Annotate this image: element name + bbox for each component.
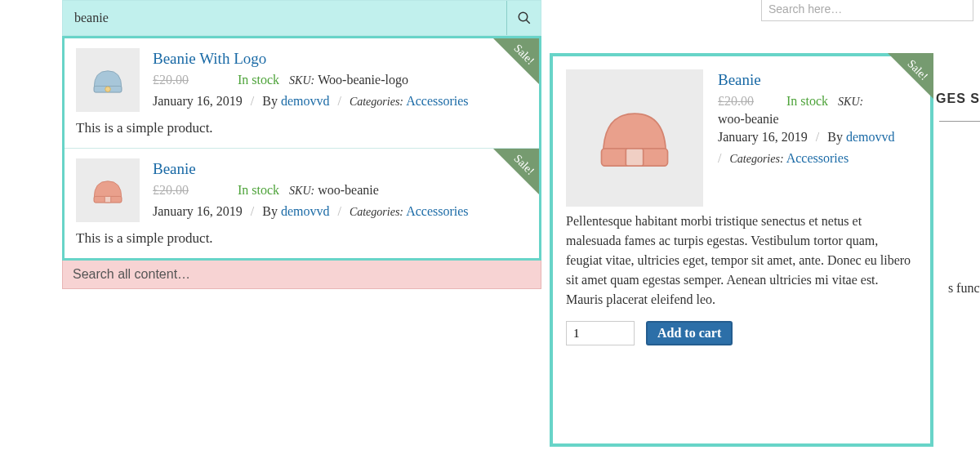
author-link[interactable]: demovvd [846, 130, 895, 144]
partial-divider [939, 121, 980, 122]
category-label: Categories: [350, 206, 403, 218]
by-label: By [262, 204, 278, 218]
result-item[interactable]: Sale! Beanie £20.00 In stock [65, 148, 539, 258]
product-thumbnail [76, 158, 140, 222]
partial-text: s funct [948, 281, 980, 296]
product-short-desc: This is a simple product. [76, 230, 528, 247]
beanie-icon [85, 167, 131, 213]
svg-point-3 [105, 87, 111, 92]
svg-line-1 [526, 20, 530, 24]
product-description: Pellentesque habitant morbi tristique se… [566, 212, 917, 310]
partial-heading: GES S [936, 91, 980, 106]
search-input[interactable] [63, 1, 506, 35]
author-link[interactable]: demovvd [281, 94, 330, 108]
beanie-icon [582, 86, 687, 190]
product-date: January 16, 2019 [153, 94, 243, 108]
product-detail-panel: Sale! Beanie £20.00 In stock SKU: woo-be… [550, 53, 933, 447]
sku-value: Woo-beanie-logo [318, 73, 408, 87]
sku-value: woo-beanie [718, 112, 917, 127]
add-to-cart-button[interactable]: Add to cart [646, 321, 733, 345]
sku-label: SKU: [289, 74, 314, 87]
category-link[interactable]: Accessories [406, 204, 468, 218]
search-button[interactable] [506, 1, 541, 35]
product-title[interactable]: Beanie [153, 160, 528, 178]
product-image [566, 69, 703, 207]
category-label: Categories: [350, 96, 403, 108]
category-link[interactable]: Accessories [406, 94, 468, 108]
stock-status: In stock [786, 94, 828, 108]
svg-rect-7 [626, 149, 643, 166]
product-date: January 16, 2019 [153, 204, 243, 218]
sku-label: SKU: [838, 96, 863, 108]
author-link[interactable]: demovvd [281, 204, 330, 218]
old-price: £20.00 [153, 73, 189, 87]
product-title[interactable]: Beanie With Logo [153, 50, 528, 68]
background-search-placeholder: Search here… [768, 2, 842, 16]
old-price: £20.00 [718, 94, 754, 109]
search-container: Sale! Beanie With Logo £20.00 In stock [62, 0, 541, 289]
quantity-input[interactable] [566, 321, 635, 345]
product-date: January 16, 2019 [718, 130, 808, 144]
result-item[interactable]: Sale! Beanie With Logo £20.00 In stock [65, 38, 539, 148]
search-box [62, 0, 541, 36]
category-link[interactable]: Accessories [786, 151, 849, 165]
sku-label: SKU: [289, 185, 314, 197]
background-search-input[interactable]: Search here… [761, 0, 973, 21]
category-label: Categories: [729, 153, 783, 165]
product-thumbnail [76, 48, 140, 112]
stock-status: In stock [238, 73, 279, 87]
product-title[interactable]: Beanie [718, 71, 917, 89]
product-short-desc: This is a simple product. [76, 120, 528, 136]
by-label: By [827, 130, 843, 144]
beanie-icon [85, 57, 131, 103]
svg-point-0 [519, 12, 528, 21]
sku-value: woo-beanie [318, 183, 379, 197]
search-icon [517, 11, 532, 25]
results-dropdown: Sale! Beanie With Logo £20.00 In stock [62, 36, 541, 261]
old-price: £20.00 [153, 183, 189, 198]
by-label: By [262, 94, 278, 108]
search-all-footer[interactable]: Search all content… [62, 261, 541, 289]
stock-status: In stock [238, 183, 279, 197]
svg-rect-5 [105, 196, 110, 202]
